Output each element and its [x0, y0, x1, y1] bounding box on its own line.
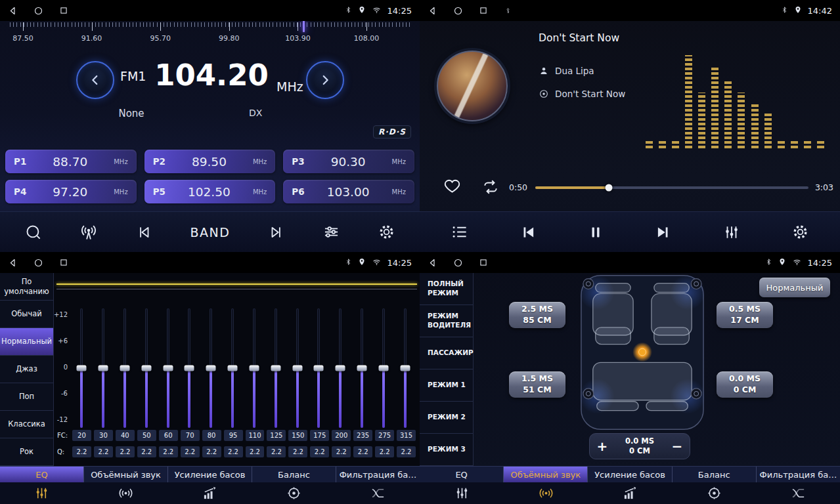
- decrease-delay-button[interactable]: −: [665, 434, 690, 459]
- slider-knob[interactable]: [163, 366, 173, 371]
- playlist-button[interactable]: [451, 223, 468, 241]
- previous-station-button[interactable]: [135, 224, 152, 241]
- eq-band-slider-70[interactable]: [179, 308, 200, 428]
- repeat-button[interactable]: [482, 178, 499, 198]
- tab-icon-button[interactable]: [588, 482, 672, 504]
- tab-bass-boost[interactable]: Усиление басов: [168, 467, 252, 482]
- listening-mode-item[interactable]: РЕЖИМ 3: [420, 434, 473, 466]
- fc-value[interactable]: 200: [332, 430, 351, 441]
- q-value[interactable]: 2.2: [288, 446, 307, 457]
- preset-button-p3[interactable]: P390.30MHz: [283, 150, 414, 173]
- slider-knob[interactable]: [314, 366, 324, 371]
- recents-button[interactable]: [59, 6, 68, 15]
- home-button[interactable]: [453, 6, 463, 16]
- listening-mode-item[interactable]: РЕЖИМ ВОДИТЕЛЯ: [420, 305, 473, 337]
- progress-bar[interactable]: [535, 186, 808, 189]
- slider-knob[interactable]: [206, 366, 216, 371]
- q-value[interactable]: 2.2: [202, 446, 221, 457]
- eq-band-slider-110[interactable]: [244, 308, 265, 428]
- fc-value[interactable]: 235: [353, 430, 372, 441]
- tab-balance[interactable]: Баланс: [252, 467, 336, 482]
- next-track-button[interactable]: [655, 224, 672, 241]
- listening-mode-item[interactable]: РЕЖИМ 2: [420, 402, 473, 434]
- fc-value[interactable]: 50: [137, 430, 156, 441]
- eq-band-slider-125[interactable]: [265, 308, 286, 428]
- q-value[interactable]: 2.2: [116, 446, 135, 457]
- tab-surround-sound[interactable]: Объёмный звук: [84, 467, 168, 482]
- tab-icon-button[interactable]: [84, 482, 168, 504]
- slider-knob[interactable]: [292, 366, 302, 371]
- eq-preset-item[interactable]: Нормальный: [0, 328, 53, 356]
- tab-icon-button[interactable]: [672, 482, 756, 504]
- q-value[interactable]: 2.2: [353, 446, 372, 457]
- fc-value[interactable]: 20: [72, 430, 91, 441]
- eq-band-slider-30[interactable]: [93, 308, 114, 428]
- eq-band-slider-150[interactable]: [286, 308, 308, 428]
- q-value[interactable]: 2.2: [181, 446, 200, 457]
- listening-mode-item[interactable]: РЕЖИМ 1: [420, 369, 473, 402]
- slider-knob[interactable]: [400, 366, 410, 371]
- eq-band-slider-315[interactable]: [394, 308, 416, 428]
- q-value[interactable]: 2.2: [375, 446, 394, 457]
- scan-button[interactable]: [24, 223, 42, 241]
- tab-icon-button[interactable]: [504, 482, 588, 504]
- fc-value[interactable]: 80: [202, 430, 221, 441]
- front-right-speaker-chip[interactable]: 0.5 MS 17 CM: [717, 302, 773, 328]
- tab-eq-sliders[interactable]: EQ: [420, 467, 504, 482]
- tab-bass-boost[interactable]: Усиление басов: [588, 467, 672, 482]
- slider-knob[interactable]: [185, 366, 194, 371]
- slider-knob[interactable]: [336, 366, 345, 371]
- eq-band-slider-175[interactable]: [308, 308, 330, 428]
- q-value[interactable]: 2.2: [397, 446, 416, 457]
- eq-preset-item[interactable]: Поп: [0, 383, 53, 411]
- eq-band-slider-40[interactable]: [114, 308, 136, 428]
- broadcast-button[interactable]: [79, 223, 98, 242]
- tuner-indicator[interactable]: [303, 20, 305, 32]
- eq-band-slider-275[interactable]: [372, 308, 394, 428]
- q-value[interactable]: 2.2: [310, 446, 329, 457]
- back-button[interactable]: [8, 258, 18, 268]
- settings-button[interactable]: [378, 223, 395, 241]
- slider-knob[interactable]: [99, 366, 108, 371]
- tab-icon-button[interactable]: [756, 482, 840, 504]
- fc-value[interactable]: 30: [94, 430, 113, 441]
- slider-knob[interactable]: [120, 366, 130, 371]
- next-station-button[interactable]: [268, 224, 285, 241]
- progress-knob[interactable]: [606, 184, 613, 192]
- slider-knob[interactable]: [378, 366, 388, 371]
- band-button[interactable]: BAND: [190, 225, 231, 240]
- slider-knob[interactable]: [357, 366, 366, 371]
- tab-icon-button[interactable]: [168, 482, 252, 504]
- slider-knob[interactable]: [271, 366, 280, 371]
- tab-icon-button[interactable]: [252, 482, 336, 504]
- q-value[interactable]: 2.2: [72, 446, 91, 457]
- preset-button-p2[interactable]: P289.50MHz: [144, 150, 276, 173]
- favorite-button[interactable]: [443, 177, 461, 198]
- recents-button[interactable]: [479, 6, 488, 15]
- eq-band-slider-80[interactable]: [200, 308, 222, 428]
- rear-right-speaker-chip[interactable]: 0.0 MS 0 CM: [717, 371, 773, 398]
- fc-value[interactable]: 125: [267, 430, 286, 441]
- fc-value[interactable]: 95: [224, 430, 243, 441]
- slider-knob[interactable]: [141, 366, 151, 371]
- mixer-button[interactable]: [723, 224, 740, 241]
- tab-filter[interactable]: Фильтрация ба…: [336, 467, 420, 482]
- slider-knob[interactable]: [228, 366, 238, 371]
- fc-value[interactable]: 60: [159, 430, 178, 441]
- back-button[interactable]: [8, 6, 18, 16]
- back-button[interactable]: [428, 258, 437, 268]
- eq-band-slider-95[interactable]: [222, 308, 244, 428]
- eq-preset-item[interactable]: Обычай: [0, 301, 53, 328]
- front-left-speaker-chip[interactable]: 2.5 MS 85 CM: [509, 302, 565, 328]
- fc-value[interactable]: 175: [310, 430, 329, 441]
- q-value[interactable]: 2.2: [159, 446, 178, 457]
- tab-surround-sound[interactable]: Объёмный звук: [504, 467, 588, 482]
- tab-icon-button[interactable]: [420, 482, 504, 504]
- preset-button-p1[interactable]: P188.70MHz: [5, 150, 137, 173]
- recents-button[interactable]: [479, 258, 488, 267]
- home-button[interactable]: [33, 6, 43, 16]
- eq-preset-item[interactable]: Джаз: [0, 356, 53, 383]
- fc-value[interactable]: 275: [375, 430, 394, 441]
- tune-up-button[interactable]: [306, 61, 344, 99]
- increase-delay-button[interactable]: +: [590, 434, 615, 459]
